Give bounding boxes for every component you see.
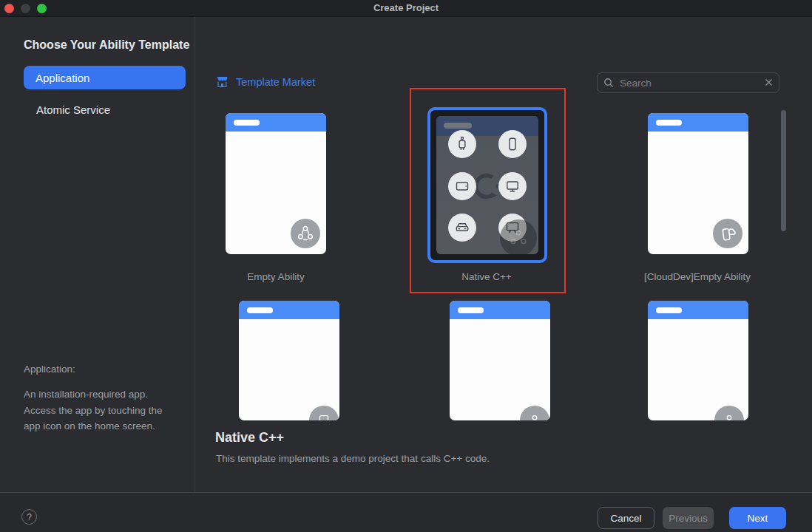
badge-icon — [520, 406, 549, 420]
template-card[interactable] — [648, 301, 748, 420]
sidebar-item-atomic-service[interactable]: Atomic Service — [24, 98, 186, 121]
create-project-dialog: Create Project Choose Your Ability Templ… — [0, 0, 812, 532]
phone-cloud-icon — [713, 219, 742, 248]
card-header-pill — [234, 120, 260, 126]
page-title: Choose Your Ability Template — [24, 38, 189, 52]
card-header-pill — [247, 307, 273, 313]
car-icon — [448, 214, 476, 242]
application-description: An installation-required app. Access the… — [24, 386, 179, 434]
watch-icon — [448, 130, 476, 158]
template-card-native-cpp[interactable] — [427, 107, 547, 263]
tablet-icon — [448, 172, 476, 200]
storefront-icon — [216, 76, 229, 88]
template-card[interactable] — [450, 301, 550, 420]
description-line: An installation-required app. — [24, 386, 179, 403]
titlebar: Create Project — [0, 0, 812, 17]
monitor-icon — [498, 172, 527, 200]
selected-template-description: This template implements a demo project … — [216, 453, 490, 464]
card-header — [648, 113, 748, 132]
card-label: Empty Ability — [217, 271, 335, 283]
template-gallery: Template Market — [196, 17, 812, 491]
dimmed-harmony-logo-icon — [500, 219, 537, 254]
selected-template-title: Native C++ — [215, 430, 284, 446]
card-header — [239, 301, 339, 319]
next-button[interactable]: Next — [729, 507, 786, 529]
search-input[interactable] — [597, 72, 779, 93]
card-header — [450, 301, 550, 319]
search-icon — [603, 78, 614, 88]
help-button[interactable]: ? — [21, 509, 37, 525]
card-header-pill — [458, 307, 484, 313]
search-box — [597, 72, 779, 93]
card-label: Native C++ — [427, 271, 546, 283]
card-header — [648, 301, 748, 319]
sidebar: Choose Your Ability Template Application… — [0, 17, 195, 491]
badge-icon — [714, 406, 744, 420]
template-card[interactable] — [239, 301, 339, 420]
native-cpp-preview — [436, 116, 538, 254]
card-header-pill — [656, 120, 682, 126]
card-header-pill — [444, 123, 472, 129]
cancel-button[interactable]: Cancel — [598, 507, 654, 529]
sidebar-item-application[interactable]: Application — [24, 66, 186, 89]
phone-icon — [498, 130, 527, 158]
clear-search-icon[interactable] — [764, 78, 774, 87]
description-line: Access the app by touching the — [24, 403, 179, 419]
card-header-pill — [656, 307, 682, 313]
description-line: app icon on the home screen. — [24, 418, 179, 434]
template-card-clouddev-empty-ability[interactable] — [648, 113, 748, 254]
help-icon: ? — [27, 512, 32, 522]
previous-button[interactable]: Previous — [663, 507, 714, 529]
badge-icon — [309, 406, 339, 420]
template-market-label: Template Market — [236, 76, 315, 88]
application-description-title: Application: — [24, 364, 75, 375]
card-header — [226, 113, 326, 132]
template-market-link[interactable]: Template Market — [216, 76, 315, 88]
template-card-empty-ability[interactable] — [226, 113, 326, 254]
footer: ? Cancel Previous Next — [0, 492, 812, 532]
window-title: Create Project — [0, 2, 812, 13]
sidebar-item-label: Application — [35, 72, 89, 84]
card-label: [CloudDev]Empty Ability — [623, 271, 771, 283]
vertical-scrollbar[interactable] — [781, 110, 786, 231]
sidebar-item-label: Atomic Service — [36, 103, 110, 116]
harmony-logo-icon — [291, 219, 320, 248]
